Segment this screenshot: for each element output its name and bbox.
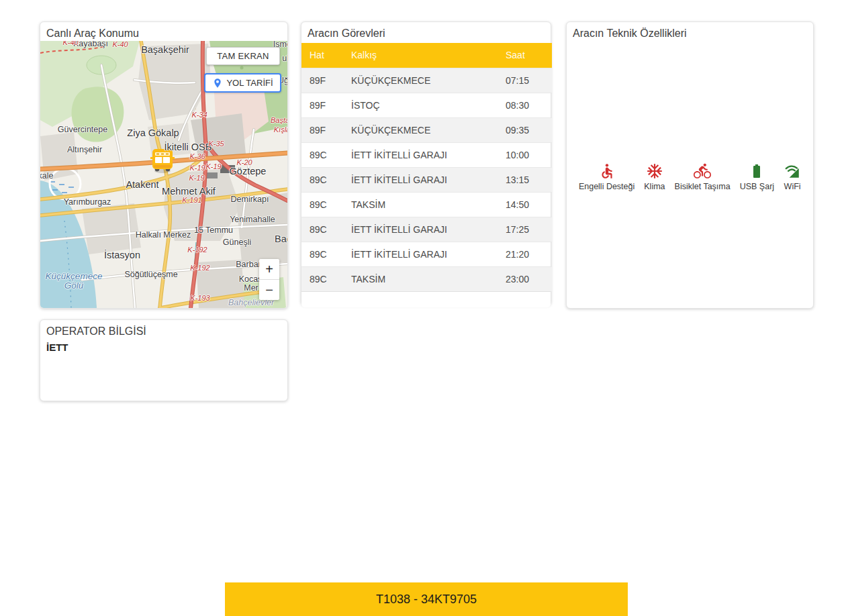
- task-row: 89FKÜÇÜKÇEKMECE07:15: [301, 68, 552, 93]
- directions-button[interactable]: YOL TARİFİ: [204, 73, 281, 93]
- snowflake-icon: [646, 162, 663, 180]
- vehicle-footer-bar: T1038 - 34KT9705: [225, 582, 628, 616]
- saat-cell: 07:15: [506, 68, 552, 93]
- hat-cell: 89C: [301, 242, 351, 266]
- features-title: Aracın Teknik Özellikleri: [567, 22, 813, 43]
- column-header-hat: Hat: [301, 43, 351, 68]
- task-row: 89CİETT İKİTELLİ GARAJI21:20: [301, 242, 552, 266]
- kalkis-cell: İETT İKİTELLİ GARAJI: [351, 217, 506, 242]
- kalkis-cell: İETT İKİTELLİ GARAJI: [351, 242, 506, 266]
- kalkis-cell: İETT İKİTELLİ GARAJI: [351, 142, 506, 167]
- feature-item: Klima: [644, 162, 665, 191]
- feature-label: WiFi: [784, 182, 801, 191]
- map-zoom-control: + −: [259, 259, 279, 300]
- tasks-table: Hat Kalkış Saat 89FKÜÇÜKÇEKMECE07:1589Fİ…: [301, 43, 552, 291]
- kalkis-cell: İSTOÇ: [351, 93, 506, 117]
- hat-cell: 89C: [301, 142, 351, 167]
- task-row: 89CİETT İKİTELLİ GARAJI10:00: [301, 142, 552, 167]
- hat-cell: 89C: [301, 192, 351, 217]
- saat-cell: 23:00: [506, 266, 552, 291]
- saat-cell: 21:20: [506, 242, 552, 266]
- task-row: 89FİSTOÇ08:30: [301, 93, 552, 117]
- saat-cell: 14:50: [506, 192, 552, 217]
- location-pin-icon: [212, 78, 223, 89]
- hat-cell: 89C: [301, 167, 351, 192]
- operator-card: OPERATOR BİLGİSİ İETT: [40, 319, 288, 401]
- tasks-header-row: Hat Kalkış Saat: [301, 43, 552, 68]
- feature-label: Engelli Desteği: [579, 182, 634, 191]
- feature-item: WiFi: [784, 162, 801, 191]
- feature-item: Engelli Desteği: [579, 162, 634, 191]
- wifi-icon: [784, 162, 801, 180]
- tasks-card: Aracın Görevleri Hat Kalkış Saat 89FKÜÇÜ…: [301, 21, 551, 305]
- tasks-title: Aracın Görevleri: [301, 22, 551, 43]
- saat-cell: 17:25: [506, 217, 552, 242]
- battery-icon: [749, 162, 765, 180]
- saat-cell: 13:15: [506, 167, 552, 192]
- feature-label: Bisiklet Taşıma: [675, 182, 731, 191]
- hat-cell: 89C: [301, 217, 351, 242]
- wheelchair-icon: [598, 162, 616, 180]
- feature-item: USB Şarj: [740, 162, 774, 191]
- hat-cell: 89F: [301, 68, 351, 93]
- kalkis-cell: KÜÇÜKÇEKMECE: [351, 117, 506, 142]
- hat-cell: 89F: [301, 93, 351, 117]
- directions-label: YOL TARİFİ: [226, 78, 273, 88]
- kalkis-cell: TAKSİM: [351, 266, 506, 291]
- map-canvas[interactable]: KayabaşıK-40K-40BaşakşehirİsmetulUğBaşta…: [40, 41, 287, 308]
- zoom-in-button[interactable]: +: [259, 259, 279, 279]
- fullscreen-button[interactable]: TAM EKRAN: [206, 47, 280, 65]
- kalkis-cell: KÜÇÜKÇEKMECE: [351, 68, 506, 93]
- kalkis-cell: TAKSİM: [351, 192, 506, 217]
- zoom-out-button[interactable]: −: [259, 280, 279, 300]
- operator-title: OPERATOR BİLGİSİ: [40, 320, 287, 341]
- saat-cell: 09:35: [506, 117, 552, 142]
- task-row: 89CİETT İKİTELLİ GARAJI17:25: [301, 217, 552, 242]
- features-card: Aracın Teknik Özellikleri Engelli Desteğ…: [566, 21, 814, 309]
- hat-cell: 89F: [301, 117, 351, 142]
- saat-cell: 10:00: [506, 142, 552, 167]
- table-footer-spacer: [301, 291, 551, 307]
- task-row: 89FKÜÇÜKÇEKMECE09:35: [301, 117, 552, 142]
- hat-cell: 89C: [301, 266, 351, 291]
- operator-name: İETT: [40, 341, 287, 354]
- task-row: 89CTAKSİM23:00: [301, 266, 552, 291]
- live-location-card: Canlı Araç Konumu: [40, 21, 288, 309]
- task-row: 89CTAKSİM14:50: [301, 192, 552, 217]
- column-header-saat: Saat: [506, 43, 552, 68]
- feature-label: USB Şarj: [740, 182, 774, 191]
- column-header-kalkis: Kalkış: [351, 43, 506, 68]
- feature-label: Klima: [644, 182, 665, 191]
- vehicle-id-label: T1038 - 34KT9705: [376, 593, 477, 607]
- bicycle-icon: [693, 162, 712, 180]
- task-row: 89CİETT İKİTELLİ GARAJI13:15: [301, 167, 552, 192]
- kalkis-cell: İETT İKİTELLİ GARAJI: [351, 167, 506, 192]
- saat-cell: 08:30: [506, 93, 552, 117]
- features-row: Engelli DesteğiKlimaBisiklet TaşımaUSB Ş…: [567, 162, 813, 191]
- live-location-title: Canlı Araç Konumu: [40, 22, 287, 43]
- feature-item: Bisiklet Taşıma: [675, 162, 731, 191]
